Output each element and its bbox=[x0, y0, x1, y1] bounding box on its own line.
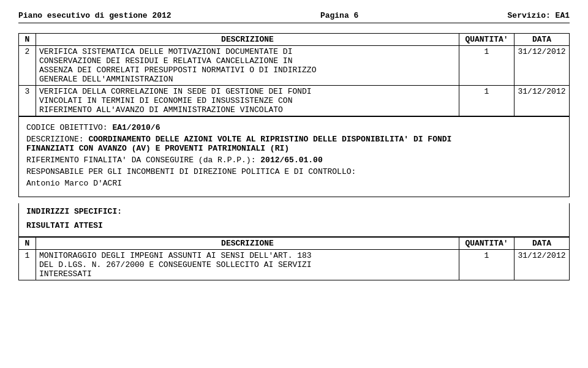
row-quantita: 1 bbox=[459, 86, 514, 116]
page-header: Piano esecutivo di gestione 2012 Pagina … bbox=[18, 11, 570, 23]
row-data: 31/12/2012 bbox=[514, 86, 570, 116]
risultati-spacer: RISULTATI ATTESI bbox=[26, 221, 562, 230]
responsabile-value: Antonio Marco D'ACRI bbox=[26, 179, 122, 188]
row-descrizione: VERIFICA SISTEMATICA DELLE MOTIVAZIONI D… bbox=[36, 46, 459, 86]
table-row: 2VERIFICA SISTEMATICA DELLE MOTIVAZIONI … bbox=[19, 46, 570, 86]
codice-obiettivo-line: CODICE OBIETTIVO: EA1/2010/6 bbox=[26, 123, 562, 132]
codice-block: CODICE OBIETTIVO: EA1/2010/6 DESCRIZIONE… bbox=[18, 116, 570, 197]
page-container: Piano esecutivo di gestione 2012 Pagina … bbox=[0, 0, 588, 291]
bottom-col-header-quantita: QUANTITA' bbox=[459, 238, 514, 250]
responsabile-value-line: Antonio Marco D'ACRI bbox=[26, 179, 562, 188]
bottom-col-header-n: N bbox=[19, 238, 36, 250]
header-service: Servizio: EA1 bbox=[508, 11, 570, 20]
table-row: 1MONITORAGGIO DEGLI IMPEGNI ASSUNTI AI S… bbox=[19, 250, 570, 280]
descrizione-line: DESCRIZIONE: COORDINAMENTO DELLE AZIONI … bbox=[26, 135, 562, 153]
col-header-data: DATA bbox=[514, 34, 570, 46]
responsabile-line: RESPONSABILE PER GLI INCOMBENTI DI DIREZ… bbox=[26, 167, 562, 176]
table-row: 3VERIFICA DELLA CORRELAZIONE IN SEDE DI … bbox=[19, 86, 570, 116]
bottom-col-header-descrizione: DESCRIZIONE bbox=[36, 238, 459, 250]
row-n: 3 bbox=[19, 86, 36, 116]
descrizione-value: COORDINAMENTO DELLE AZIONI VOLTE AL RIPR… bbox=[26, 135, 451, 153]
header-page: Pagina 6 bbox=[320, 11, 358, 20]
col-header-quantita: QUANTITA' bbox=[459, 34, 514, 46]
indirizzi-label: INDIRIZZI SPECIFICI: bbox=[26, 207, 562, 216]
bottom-table-header-row: N DESCRIZIONE QUANTITA' DATA bbox=[19, 238, 570, 250]
row-data: 31/12/2012 bbox=[514, 250, 570, 280]
responsabile-label: RESPONSABILE PER GLI INCOMBENTI DI DIREZ… bbox=[26, 167, 356, 176]
row-descrizione: VERIFICA DELLA CORRELAZIONE IN SEDE DI G… bbox=[36, 86, 459, 116]
descrizione-label: DESCRIZIONE: bbox=[26, 135, 84, 144]
top-table: N DESCRIZIONE QUANTITA' DATA 2VERIFICA S… bbox=[18, 33, 570, 116]
row-quantita: 1 bbox=[459, 250, 514, 280]
table-header-row: N DESCRIZIONE QUANTITA' DATA bbox=[19, 34, 570, 46]
riferimento-line: RIFERIMENTO FINALITA' DA CONSEGUIRE (da … bbox=[26, 156, 562, 165]
bottom-table: N DESCRIZIONE QUANTITA' DATA 1MONITORAGG… bbox=[18, 237, 570, 280]
header-title: Piano esecutivo di gestione 2012 bbox=[18, 11, 172, 20]
row-data: 31/12/2012 bbox=[514, 46, 570, 86]
riferimento-label: RIFERIMENTO FINALITA' DA CONSEGUIRE (da … bbox=[26, 156, 255, 165]
riferimento-value: 2012/65.01.00 bbox=[260, 156, 322, 165]
codice-value: EA1/2010/6 bbox=[112, 123, 160, 132]
row-n: 1 bbox=[19, 250, 36, 280]
row-quantita: 1 bbox=[459, 46, 514, 86]
col-header-descrizione: DESCRIZIONE bbox=[36, 34, 459, 46]
codice-label: CODICE OBIETTIVO: bbox=[26, 123, 108, 132]
bottom-col-header-data: DATA bbox=[514, 238, 570, 250]
row-descrizione: MONITORAGGIO DEGLI IMPEGNI ASSUNTI AI SE… bbox=[36, 250, 459, 280]
risultati-label: RISULTATI ATTESI bbox=[26, 221, 562, 230]
col-header-n: N bbox=[19, 34, 36, 46]
indirizzi-section: INDIRIZZI SPECIFICI: RISULTATI ATTESI bbox=[18, 203, 570, 237]
row-n: 2 bbox=[19, 46, 36, 86]
